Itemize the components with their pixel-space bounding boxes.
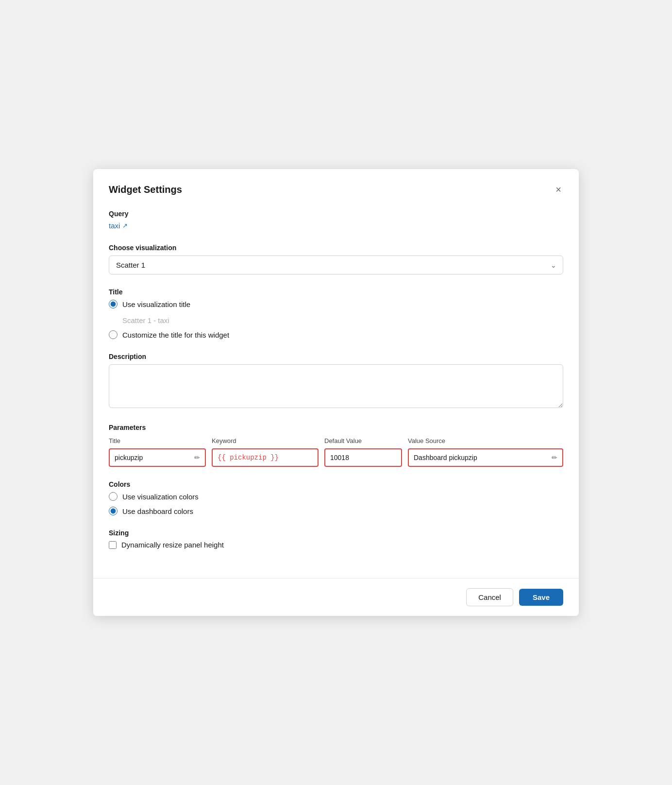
use-dashboard-colors-label: Use dashboard colors bbox=[122, 507, 193, 515]
param-title-value: pickupzip bbox=[115, 454, 143, 461]
external-link-icon: ↗ bbox=[122, 222, 128, 229]
modal-footer: Cancel Save bbox=[93, 578, 579, 616]
use-viz-title-radio[interactable] bbox=[109, 300, 118, 308]
use-dashboard-colors-radio[interactable] bbox=[109, 507, 118, 515]
parameters-header: Title Keyword Default Value Value Source bbox=[109, 437, 563, 448]
title-radio-group: Use visualization title Scatter 1 - taxi… bbox=[109, 300, 563, 339]
title-section: Title Use visualization title Scatter 1 … bbox=[109, 288, 563, 339]
description-section: Description bbox=[109, 353, 563, 410]
parameters-table: Title Keyword Default Value Value Source… bbox=[109, 437, 563, 467]
use-viz-colors-option[interactable]: Use visualization colors bbox=[109, 492, 563, 501]
colors-section: Colors Use visualization colors Use dash… bbox=[109, 480, 563, 515]
description-textarea[interactable] bbox=[109, 364, 563, 408]
customize-title-radio[interactable] bbox=[109, 330, 118, 339]
param-keyword-value: {{ pickupzip }} bbox=[218, 454, 279, 461]
visualization-section: Choose visualization Scatter 1Bar 1Line … bbox=[109, 244, 563, 274]
parameters-section: Parameters Title Keyword Default Value V… bbox=[109, 424, 563, 467]
sizing-section: Sizing Dynamically resize panel height bbox=[109, 529, 563, 549]
param-default-value-cell[interactable]: 10018 bbox=[324, 448, 402, 467]
colors-radio-group: Use visualization colors Use dashboard c… bbox=[109, 492, 563, 515]
dynamic-resize-label: Dynamically resize panel height bbox=[121, 541, 224, 549]
col-header-title: Title bbox=[109, 437, 206, 444]
colors-label: Colors bbox=[109, 480, 563, 488]
parameters-row: pickupzip ✏ {{ pickupzip }} 10018 Dashbo… bbox=[109, 448, 563, 467]
col-header-default-value: Default Value bbox=[324, 437, 402, 444]
query-label: Query bbox=[109, 210, 563, 218]
close-button[interactable]: × bbox=[554, 183, 563, 196]
modal-header: Widget Settings × bbox=[93, 169, 579, 206]
customize-title-label: Customize the title for this widget bbox=[122, 331, 229, 339]
sizing-label: Sizing bbox=[109, 529, 563, 537]
cancel-button[interactable]: Cancel bbox=[466, 588, 513, 606]
visualization-label: Choose visualization bbox=[109, 244, 563, 252]
description-label: Description bbox=[109, 353, 563, 360]
parameters-label: Parameters bbox=[109, 424, 563, 431]
col-header-value-source: Value Source bbox=[408, 437, 563, 444]
customize-title-option[interactable]: Customize the title for this widget bbox=[109, 330, 563, 339]
use-dashboard-colors-option[interactable]: Use dashboard colors bbox=[109, 507, 563, 515]
use-viz-title-option[interactable]: Use visualization title bbox=[109, 300, 563, 308]
param-value-source-edit-icon[interactable]: ✏ bbox=[552, 454, 557, 461]
title-section-label: Title bbox=[109, 288, 563, 296]
save-button[interactable]: Save bbox=[519, 589, 563, 606]
query-link-text: taxi bbox=[109, 222, 120, 230]
dynamic-resize-option[interactable]: Dynamically resize panel height bbox=[109, 541, 563, 549]
visualization-select-wrapper: Scatter 1Bar 1Line 1Table 1 ⌄ bbox=[109, 256, 563, 274]
visualization-select[interactable]: Scatter 1Bar 1Line 1Table 1 bbox=[109, 256, 563, 274]
widget-settings-modal: Widget Settings × Query taxi ↗ Choose vi… bbox=[93, 169, 579, 616]
query-section: Query taxi ↗ bbox=[109, 210, 563, 230]
modal-title: Widget Settings bbox=[109, 184, 182, 195]
use-viz-title-label: Use visualization title bbox=[122, 300, 190, 308]
query-link[interactable]: taxi ↗ bbox=[109, 222, 128, 230]
use-viz-colors-label: Use visualization colors bbox=[122, 493, 199, 501]
param-default-value: 10018 bbox=[330, 454, 349, 461]
dynamic-resize-checkbox[interactable] bbox=[109, 541, 117, 549]
param-title-cell[interactable]: pickupzip ✏ bbox=[109, 448, 206, 467]
param-value-source-value: Dashboard pickupzip bbox=[414, 454, 477, 461]
param-keyword-cell[interactable]: {{ pickupzip }} bbox=[212, 448, 319, 467]
viz-title-hint: Scatter 1 - taxi bbox=[122, 316, 563, 324]
param-title-edit-icon[interactable]: ✏ bbox=[194, 454, 200, 461]
col-header-keyword: Keyword bbox=[212, 437, 319, 444]
modal-body: Query taxi ↗ Choose visualization Scatte… bbox=[93, 206, 579, 578]
param-value-source-cell[interactable]: Dashboard pickupzip ✏ bbox=[408, 448, 563, 467]
use-viz-colors-radio[interactable] bbox=[109, 492, 118, 501]
